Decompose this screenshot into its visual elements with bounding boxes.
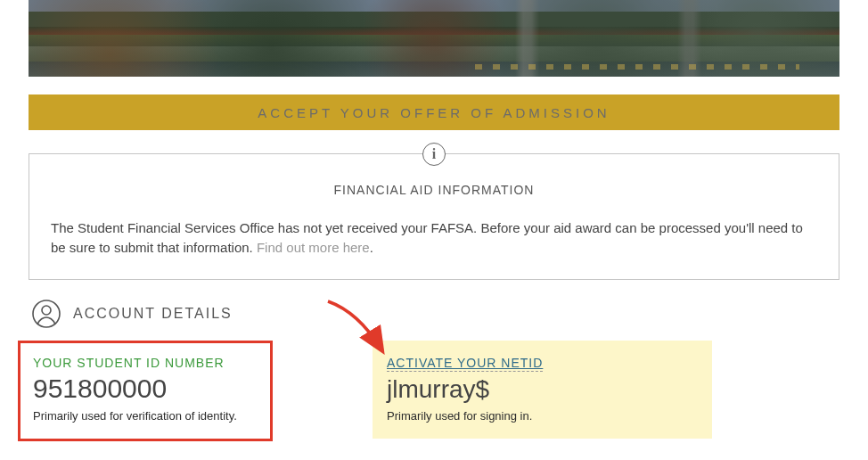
campus-banner-image (29, 0, 839, 77)
financial-aid-text-prefix: The Student Financial Services Office ha… (51, 220, 803, 255)
svg-point-1 (42, 306, 51, 315)
student-id-card: YOUR STUDENT ID NUMBER 951800000 Primari… (18, 341, 273, 441)
financial-aid-title: FINANCIAL AID INFORMATION (51, 183, 817, 197)
account-cards-row: YOUR STUDENT ID NUMBER 951800000 Primari… (0, 341, 868, 441)
student-id-sub: Primarily used for verification of ident… (33, 409, 258, 423)
financial-aid-text-suffix: . (370, 240, 373, 255)
financial-aid-body: The Student Financial Services Office ha… (51, 218, 817, 258)
account-details-title: ACCOUNT DETAILS (73, 306, 233, 322)
svg-point-0 (33, 300, 60, 327)
accept-offer-bar[interactable]: ACCEPT YOUR OFFER OF ADMISSION (29, 94, 839, 130)
netid-card: ACTIVATE YOUR NETID jlmurray$ Primarily … (373, 341, 712, 439)
person-icon (32, 300, 61, 328)
activate-netid-link[interactable]: ACTIVATE YOUR NETID (387, 356, 543, 372)
netid-sub: Primarily used for signing in. (387, 409, 698, 423)
account-details-header: ACCOUNT DETAILS (32, 300, 836, 328)
financial-aid-panel: i FINANCIAL AID INFORMATION The Student … (29, 153, 839, 280)
student-id-value: 951800000 (33, 374, 258, 404)
find-out-more-link[interactable]: Find out more here (257, 240, 370, 255)
student-id-label: YOUR STUDENT ID NUMBER (33, 356, 258, 370)
accept-offer-label: ACCEPT YOUR OFFER OF ADMISSION (258, 105, 610, 120)
netid-value: jlmurray$ (387, 375, 698, 404)
info-icon: i (422, 143, 446, 166)
